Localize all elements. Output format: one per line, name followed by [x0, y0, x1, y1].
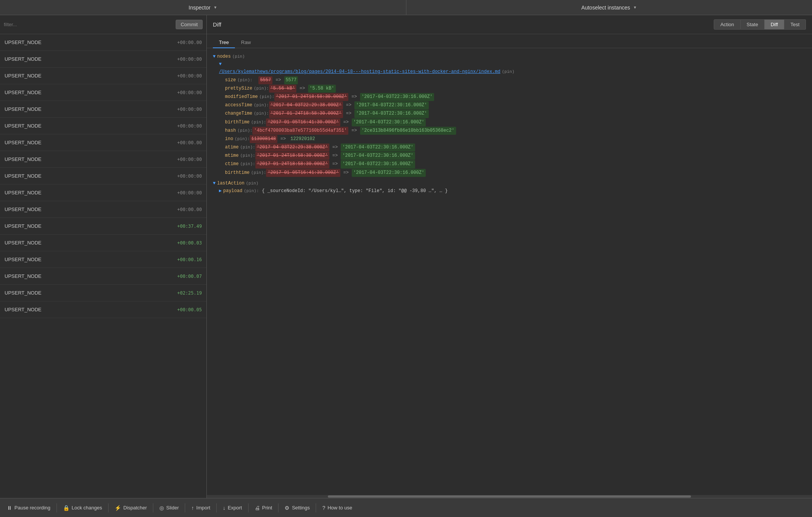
- size-key: size: [225, 77, 236, 84]
- action-row[interactable]: UPSERT_NODE +00:37.49: [0, 218, 206, 235]
- prettysize-removed: '5.56 kB': [269, 85, 297, 93]
- action-name: UPSERT_NODE: [5, 190, 41, 195]
- bottom-divider: [216, 503, 217, 512]
- bottom-divider: [153, 503, 153, 512]
- lastaction-collapse-arrow[interactable]: ▼: [213, 180, 216, 187]
- btn-icon-3: ◎: [159, 505, 164, 511]
- size-removed: 5557: [258, 76, 272, 84]
- birthtime2-added: '2017-04-03T22:30:16.000Z': [352, 169, 426, 177]
- export-button[interactable]: ↓Export: [217, 502, 247, 514]
- lastaction-line: ▼ lastAction (pin): [213, 180, 806, 187]
- btn-icon-1: 🔒: [63, 505, 69, 511]
- birthtime-key: birthTime: [225, 119, 250, 126]
- action-row[interactable]: UPSERT_NODE +00:00:00: [0, 68, 206, 84]
- ctime-removed: '2017-01-24T18:58:30.000Z': [255, 160, 329, 168]
- hash-pin: (pin):: [238, 128, 253, 134]
- size-added: 5577: [284, 76, 298, 84]
- action-row[interactable]: UPSERT_NODE +00:00:00: [0, 118, 206, 134]
- left-panel: Commit UPSERT_NODE +00:00.00 UPSERT_NODE…: [0, 15, 207, 498]
- autoselect-title: Autoselect instances: [581, 5, 630, 11]
- hash-arrow: =>: [351, 127, 357, 134]
- action-time: +00:00.05: [177, 307, 202, 312]
- action-row[interactable]: UPSERT_NODE +00:00:00: [0, 101, 206, 118]
- nodes-collapse-arrow[interactable]: ▼: [213, 53, 216, 60]
- action-row[interactable]: UPSERT_NODE +00:00:00: [0, 168, 206, 184]
- action-row[interactable]: UPSERT_NODE +00:00.07: [0, 268, 206, 285]
- payload-collapse-arrow[interactable]: ▶: [219, 188, 222, 195]
- filepath-collapse-arrow[interactable]: ▼: [219, 61, 222, 68]
- prettysize-arrow: =>: [299, 85, 305, 92]
- prettysize-added: '5.58 kB': [308, 85, 336, 93]
- action-row[interactable]: UPSERT_NODE +00:00.05: [0, 301, 206, 318]
- tab-test-button[interactable]: Test: [784, 19, 806, 30]
- slider-button[interactable]: ◎Slider: [154, 502, 184, 514]
- atime-added: '2017-04-03T22:30:16.000Z': [341, 143, 415, 151]
- how-to-use-button[interactable]: ?How to use: [317, 502, 357, 514]
- ctime-added: '2017-04-03T22:30:16.000Z': [341, 160, 415, 168]
- tab-diff-button[interactable]: Diff: [765, 19, 784, 30]
- action-row[interactable]: UPSERT_NODE +00:00.00: [0, 201, 206, 218]
- action-row[interactable]: UPSERT_NODE +00:00:00: [0, 184, 206, 201]
- commit-button[interactable]: Commit: [176, 20, 203, 29]
- btn-label-1: Lock changes: [72, 505, 102, 511]
- diff-panel-title: Diff: [213, 21, 714, 28]
- changetime-line: changeTime (pin): '2017-01-24T18:58:30.0…: [213, 110, 806, 118]
- payload-line: ▶ payload (pin): { _sourceNodeId: "/User…: [213, 188, 806, 195]
- import-button[interactable]: ↑Import: [186, 502, 216, 514]
- mtime-arrow: =>: [332, 152, 338, 159]
- action-row[interactable]: UPSERT_NODE +00:00.00: [0, 134, 206, 151]
- nodes-line: ▼ nodes (pin): [213, 53, 806, 60]
- bottom-bar: ⏸Pause recording🔒Lock changes⚡Dispatcher…: [0, 498, 812, 517]
- prettysize-line: prettySize (pin): '5.56 kB' => '5.58 kB': [213, 85, 806, 93]
- action-row[interactable]: UPSERT_NODE +00:00:00: [0, 151, 206, 168]
- print-button[interactable]: 🖨Print: [249, 502, 278, 514]
- action-time: +00:00:00: [177, 57, 202, 62]
- right-panel-header: Diff ActionStateDiffTest: [207, 15, 812, 34]
- main-content: Commit UPSERT_NODE +00:00.00 UPSERT_NODE…: [0, 15, 812, 498]
- tab-action-button[interactable]: Action: [714, 19, 740, 30]
- btn-icon-4: ↑: [191, 505, 194, 511]
- modifiedtime-key: modifiedTime: [225, 93, 258, 101]
- bottom-divider: [316, 503, 316, 512]
- action-row[interactable]: UPSERT_NODE +00:00.00: [0, 34, 206, 51]
- action-row[interactable]: UPSERT_NODE +00:00:00: [0, 84, 206, 101]
- action-row[interactable]: UPSERT_NODE +00:00.03: [0, 235, 206, 251]
- modifiedtime-pin: (pin):: [259, 94, 274, 101]
- action-name: UPSERT_NODE: [5, 240, 41, 246]
- subtab-tree[interactable]: Tree: [213, 37, 235, 48]
- settings-button[interactable]: ⚙Settings: [279, 502, 315, 514]
- atime-removed: '2017-04-03T22:29:38.000Z': [255, 143, 329, 151]
- ctime-arrow: =>: [332, 161, 338, 168]
- accesstime-added: '2017-04-03T22:30:16.000Z': [354, 101, 428, 109]
- autoselect-dropdown-arrow[interactable]: ▼: [633, 5, 637, 9]
- btn-label-8: How to use: [327, 505, 352, 511]
- tab-state-button[interactable]: State: [741, 19, 765, 30]
- action-time: +00:00:00: [177, 107, 202, 112]
- changetime-pin: (pin):: [254, 110, 269, 117]
- right-scrollbar-thumb[interactable]: [328, 495, 691, 498]
- btn-icon-5: ↓: [223, 505, 225, 511]
- birthtime-added: '2017-04-03T22:30:16.000Z': [352, 118, 426, 126]
- pause-recording-button[interactable]: ⏸Pause recording: [2, 502, 56, 514]
- action-row[interactable]: UPSERT_NODE +00:00:00: [0, 51, 206, 68]
- ctime-line: ctime (pin): '2017-01-24T18:58:30.000Z' …: [213, 160, 806, 168]
- actions-list: UPSERT_NODE +00:00.00 UPSERT_NODE +00:00…: [0, 34, 206, 498]
- inspector-dropdown-arrow[interactable]: ▼: [214, 5, 217, 9]
- hash-line: hash (pin): '4bcf4708003ba87e577160b55d4…: [213, 127, 806, 135]
- action-time: +00:00.00: [177, 207, 202, 212]
- birthtime2-pin: (pin):: [251, 170, 266, 177]
- dispatcher-button[interactable]: ⚡Dispatcher: [109, 502, 152, 514]
- lock-changes-button[interactable]: 🔒Lock changes: [58, 502, 107, 514]
- action-time: +02:25.19: [177, 290, 202, 296]
- nodes-section: ▼ nodes (pin) ▼ /Users/kylemathews/progr…: [213, 53, 806, 177]
- size-arrow2: =>: [275, 77, 281, 84]
- subtab-raw[interactable]: Raw: [235, 37, 257, 48]
- action-name: UPSERT_NODE: [5, 290, 41, 296]
- bottom-divider: [248, 503, 249, 512]
- action-row[interactable]: UPSERT_NODE +00:00.16: [0, 251, 206, 268]
- filepath-value: /Users/kylemathews/programs/blog/pages/2…: [219, 68, 500, 76]
- btn-icon-2: ⚡: [115, 505, 121, 511]
- filter-input[interactable]: [4, 22, 176, 27]
- payload-value: { _sourceNodeId: "/Users/kyl…", type: "F…: [262, 188, 448, 195]
- action-row[interactable]: UPSERT_NODE +02:25.19: [0, 285, 206, 301]
